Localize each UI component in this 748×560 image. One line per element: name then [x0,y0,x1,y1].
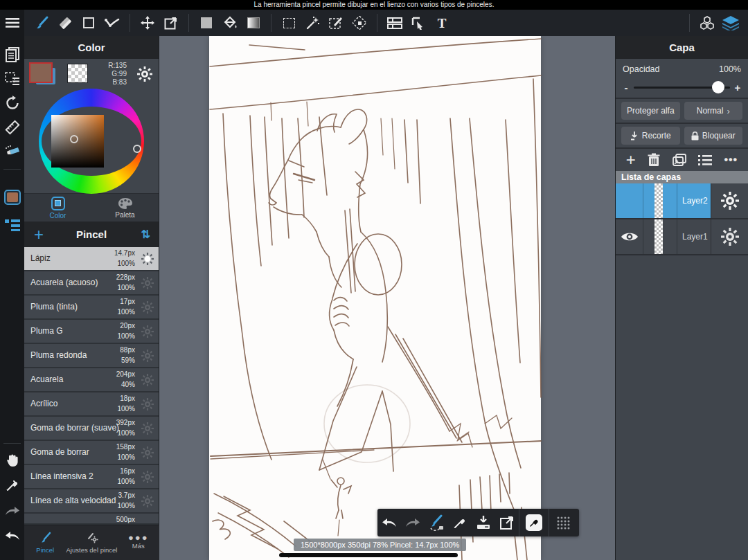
add-layer-button[interactable]: + [626,152,636,168]
split-view-button[interactable] [383,14,407,32]
hue-selector[interactable] [133,145,141,153]
eyedropper-button[interactable] [0,475,24,496]
shape-tool-button[interactable] [77,14,100,32]
delete-layer-button[interactable] [648,153,660,167]
ruler-button[interactable] [0,117,24,138]
select-tool-button[interactable] [277,14,301,32]
document-button[interactable] [0,44,24,65]
layer-visibility-toggle[interactable] [616,183,643,218]
brush-settings-button[interactable] [141,422,154,435]
opacity-plus-button[interactable]: + [733,82,742,93]
transform-tool-button[interactable] [159,14,183,32]
layer-row-selected[interactable]: Layer2 [616,183,748,219]
tab-ajustes-del-pincel[interactable]: Ajustes del pincel [66,525,118,560]
brush-row-partial[interactable]: 500px [24,514,159,525]
brush-row[interactable]: Línea de alta velocidad 3.7px 100% [24,489,159,514]
layer-more-button[interactable]: ••• [724,154,738,166]
brush-eraser-toggle-button[interactable] [425,509,448,536]
rotate-canvas-button[interactable] [0,93,24,114]
layer-settings-button[interactable] [711,183,748,218]
text-tool-button[interactable]: T [430,14,454,32]
hand-tool-button[interactable] [0,450,24,471]
duplicate-layer-button[interactable] [673,154,686,166]
clipping-button[interactable]: Recorte [621,127,680,145]
brush-settings-button[interactable] [141,252,154,266]
tab-mas[interactable]: ●●● Más [117,525,159,560]
fill-tool-button[interactable] [195,14,218,32]
brush-name: Acuarela (acuoso) [30,271,98,294]
brush-row[interactable]: Pluma (tinta) 17px 100% [24,296,159,320]
undo-button[interactable] [0,525,24,546]
canvas-drawing[interactable] [159,36,615,560]
menu-button[interactable] [0,10,24,36]
brush-settings-button[interactable] [141,446,154,460]
brush-row[interactable]: Lápiz 14.7px 100% [24,247,159,271]
tab-paleta[interactable]: Paleta [91,194,159,222]
layer-settings-button[interactable] [711,219,748,254]
brush-row[interactable]: Goma de borrar (suave) 392px 100% [24,417,159,441]
canvas-viewport[interactable] [159,36,615,560]
protect-alpha-button[interactable]: Proteger alfa [621,102,680,120]
brush-row[interactable]: Línea intensiva 2 16px 100% [24,465,159,489]
select-pen-button[interactable] [324,14,348,32]
layer-row[interactable]: Layer1 [616,219,748,255]
color-settings-button[interactable] [136,66,153,82]
sv-selector[interactable] [70,135,78,143]
layers-panel-button[interactable] [719,14,742,32]
undo-button[interactable] [377,509,401,536]
brush-opacity: 100% [117,453,135,461]
tooltip-text: La herramienta pincel permite dibujar en… [0,0,748,10]
select-lines-button[interactable] [0,69,24,89]
color-panel-toggle[interactable] [0,187,24,208]
brush-settings-button[interactable] [141,349,154,363]
polyline-tool-button[interactable] [100,14,124,32]
transparent-color-swatch[interactable] [67,64,88,83]
brush-settings-button[interactable] [141,300,154,314]
magic-wand-button[interactable] [301,14,324,32]
brush-settings-button[interactable] [141,325,154,338]
redo-button[interactable] [401,509,425,536]
fullscreen-button[interactable] [495,509,519,536]
brush-list-toggle[interactable] [0,215,24,235]
brush-settings-button[interactable] [141,397,154,411]
material-panel-button[interactable] [695,14,719,32]
lock-layer-button[interactable]: Bloquear [684,127,743,145]
tab-pincel[interactable]: Pincel [24,525,66,560]
current-color-chip[interactable] [519,509,549,536]
brush-tool-button[interactable] [30,14,53,32]
layer-list-button[interactable] [698,154,712,165]
sort-brushes-button[interactable]: ⇅ [141,228,150,241]
opacity-slider-knob[interactable] [712,81,724,93]
blend-mode-button[interactable]: Normal› [684,102,743,120]
eraser-icon [57,16,73,30]
airbrush-button[interactable] [0,141,24,162]
save-button[interactable] [472,509,495,536]
object-select-button[interactable] [407,14,430,32]
brush-settings-button[interactable] [141,470,154,484]
tab-color[interactable]: Color [24,194,91,222]
brush-row[interactable]: Pluma G 20px 100% [24,320,159,344]
toolbar-drag-handle[interactable] [549,509,577,536]
redo-button[interactable] [0,500,24,521]
eyedropper-button[interactable] [448,509,472,536]
more-icon: ●●● [128,536,149,540]
deselect-button[interactable] [348,14,371,32]
eraser-tool-button[interactable] [53,14,77,32]
brush-settings-button[interactable] [141,276,154,290]
move-tool-button[interactable] [136,14,159,32]
layer-visibility-toggle[interactable] [616,219,643,254]
brush-row[interactable]: Acuarela 204px 40% [24,368,159,392]
bucket-tool-button[interactable] [218,14,242,32]
foreground-color-swatch[interactable] [29,62,53,83]
brush-row[interactable]: Acuarela (acuoso) 228px 100% [24,271,159,296]
brush-settings-button[interactable] [141,494,154,508]
brush-row[interactable]: Pluma redonda 88px 59% [24,344,159,368]
add-brush-button[interactable]: + [34,226,44,243]
opacity-minus-button[interactable]: - [621,82,631,93]
brush-row[interactable]: Goma de borrar 158px 100% [24,441,159,465]
opacity-slider[interactable] [634,87,730,89]
brush-row[interactable]: Acrílico 18px 100% [24,392,159,417]
color-brush-panel: Color R:135 G:99 B:83 Color Paleta [24,36,159,560]
brush-settings-button[interactable] [141,373,154,387]
gradient-tool-button[interactable] [242,14,265,32]
